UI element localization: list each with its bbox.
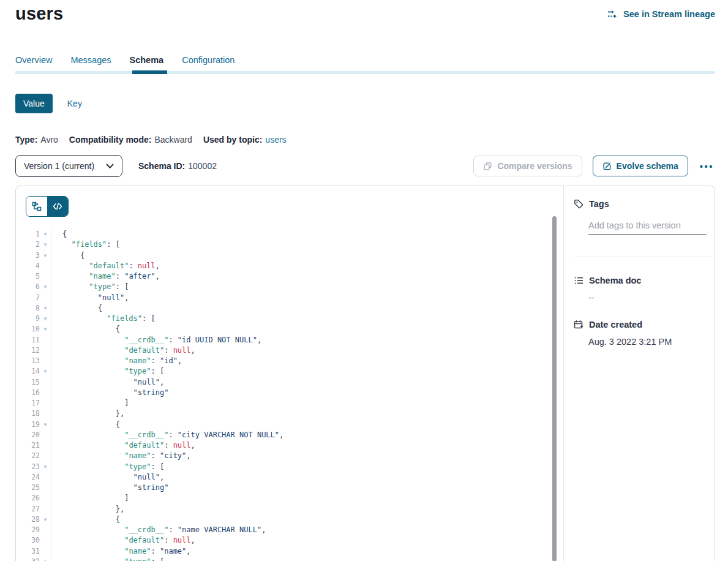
tag-icon <box>574 199 584 209</box>
fold-gutter <box>40 388 51 398</box>
fold-gutter <box>40 535 51 546</box>
fold-arrow-icon[interactable]: ▼ <box>40 462 51 472</box>
code-line: 13 "name": "id", <box>16 356 547 366</box>
tab-configuration[interactable]: Configuration <box>182 55 235 65</box>
fold-gutter <box>40 504 51 514</box>
fold-arrow-icon[interactable]: ▼ <box>40 366 51 377</box>
code-line: 27 }, <box>16 504 547 514</box>
code-line: 31 "name": "name", <box>16 546 547 557</box>
line-number: 29 <box>16 525 40 535</box>
fold-arrow-icon[interactable]: ▼ <box>40 250 51 261</box>
fold-arrow-icon[interactable]: ▼ <box>40 420 51 430</box>
code-text: "null", <box>51 293 129 303</box>
editor-scrollbar[interactable] <box>552 216 557 561</box>
active-tab-indicator <box>132 70 167 74</box>
code-text: }, <box>51 504 124 514</box>
code-text: "default": null, <box>51 535 195 546</box>
line-number: 9 <box>16 314 40 324</box>
code-text: "fields": [ <box>51 314 156 324</box>
line-number: 6 <box>16 282 40 292</box>
compare-versions-label: Compare versions <box>497 161 572 171</box>
line-number: 11 <box>16 335 40 345</box>
fold-arrow-icon[interactable]: ▼ <box>40 314 51 324</box>
line-number: 30 <box>16 535 40 546</box>
tags-title: Tags <box>589 199 609 209</box>
fold-arrow-icon[interactable]: ▼ <box>40 229 51 239</box>
code-text: "type": [ <box>51 557 164 561</box>
code-view-button[interactable] <box>47 197 68 216</box>
fold-gutter <box>40 377 51 388</box>
add-tags-input[interactable] <box>588 220 707 235</box>
key-toggle-link[interactable]: Key <box>67 99 82 108</box>
tree-view-icon <box>32 201 42 211</box>
fold-arrow-icon[interactable]: ▼ <box>40 324 51 334</box>
fold-gutter <box>40 409 51 419</box>
code-text: "string" <box>51 388 168 398</box>
subject-toggle: Value Key <box>15 94 82 113</box>
line-number: 17 <box>16 398 40 409</box>
code-text: "__crdb__": "id UUID NOT NULL", <box>51 335 261 345</box>
code-line: 19▼ { <box>16 420 547 430</box>
tab-messages[interactable]: Messages <box>70 55 111 65</box>
fold-gutter <box>40 356 51 366</box>
fold-arrow-icon[interactable]: ▼ <box>40 557 51 561</box>
view-mode-toggle <box>26 196 69 217</box>
code-line: 32▼ "type": [ <box>16 557 547 561</box>
code-text: "null", <box>51 472 164 483</box>
line-number: 12 <box>16 345 40 356</box>
line-number: 28 <box>16 514 40 525</box>
fold-arrow-icon[interactable]: ▼ <box>40 303 51 314</box>
line-number: 10 <box>16 324 40 334</box>
sidebar-divider <box>574 257 715 257</box>
stream-lineage-link[interactable]: See in Stream lineage <box>607 9 715 19</box>
fold-gutter <box>40 398 51 409</box>
code-text: "default": null, <box>51 440 195 451</box>
schema-info-sidebar: Tags Schema doc -- <box>563 186 715 561</box>
line-number: 27 <box>16 504 40 514</box>
code-text: "default": null, <box>51 345 195 356</box>
code-line: 16 "string" <box>16 388 547 398</box>
fold-gutter <box>40 472 51 483</box>
line-number: 19 <box>16 420 40 430</box>
schema-code-editor[interactable]: 1▼{2▼ "fields": [3▼ {4 "default": null,5… <box>16 229 547 561</box>
code-text: "fields": [ <box>51 239 120 250</box>
evolve-schema-label: Evolve schema <box>617 161 678 171</box>
fold-arrow-icon[interactable]: ▼ <box>40 514 51 525</box>
date-created-section-header: Date created <box>574 320 715 329</box>
schema-id-label: Schema ID: <box>138 161 185 171</box>
code-line: 21 "default": null, <box>16 440 547 451</box>
code-text: { <box>51 420 120 430</box>
compare-versions-button[interactable]: Compare versions <box>473 156 582 176</box>
tree-view-button[interactable] <box>26 197 47 216</box>
code-line: 1▼{ <box>16 229 547 239</box>
line-number: 2 <box>16 239 40 250</box>
code-line: 7 "null", <box>16 293 547 303</box>
fold-arrow-icon[interactable]: ▼ <box>40 239 51 250</box>
tab-overview[interactable]: Overview <box>15 55 52 65</box>
schema-doc-title: Schema doc <box>589 276 641 285</box>
page-title: users <box>15 4 63 24</box>
fold-arrow-icon[interactable]: ▼ <box>40 282 51 292</box>
code-text: "string" <box>51 483 168 493</box>
evolve-schema-button[interactable]: Evolve schema <box>593 156 688 176</box>
code-line: 28▼ { <box>16 514 547 525</box>
version-select[interactable]: Version 1 (current) <box>15 155 122 177</box>
code-text: "name": "city", <box>51 451 191 461</box>
fold-gutter <box>40 440 51 451</box>
code-line: 20 "__crdb__": "city VARCHAR NOT NULL", <box>16 430 547 440</box>
line-number: 5 <box>16 271 40 282</box>
schema-doc-section-header: Schema doc <box>574 276 715 285</box>
code-text: { <box>51 229 67 239</box>
schema-meta-row: Type: Avro Compatibility mode: Backward … <box>15 135 287 145</box>
line-number: 23 <box>16 462 40 472</box>
code-text: { <box>51 324 120 334</box>
code-line: 2▼ "fields": [ <box>16 239 547 250</box>
value-toggle-button[interactable]: Value <box>15 94 53 113</box>
topic-link[interactable]: users <box>265 135 286 145</box>
tab-schema[interactable]: Schema <box>130 55 164 65</box>
more-actions-button[interactable]: ••• <box>699 161 715 171</box>
schema-doc-value: -- <box>588 293 715 303</box>
line-number: 31 <box>16 546 40 557</box>
fold-gutter <box>40 345 51 356</box>
code-line: 6▼ "type": [ <box>16 282 547 292</box>
